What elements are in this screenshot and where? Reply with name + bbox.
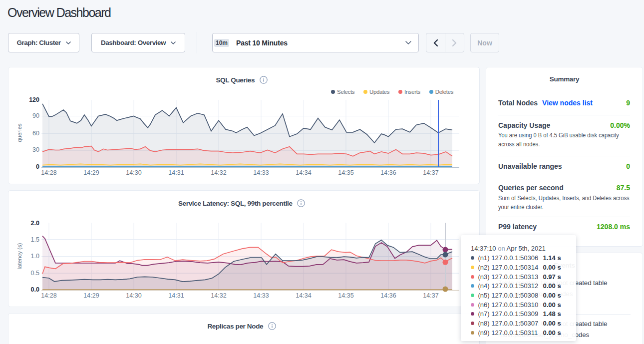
svg-text:2.0: 2.0 [31, 220, 39, 227]
svg-text:14:36: 14:36 [380, 292, 396, 299]
svg-text:14:30: 14:30 [126, 292, 141, 299]
svg-text:30: 30 [32, 146, 39, 153]
svg-text:14:36: 14:36 [380, 169, 396, 176]
svg-text:14:33: 14:33 [253, 169, 269, 176]
svg-text:14:34: 14:34 [296, 292, 311, 299]
svg-text:queries: queries [16, 123, 22, 142]
svg-text:0: 0 [36, 163, 39, 170]
svg-text:14:35: 14:35 [338, 292, 353, 299]
svg-text:14:33: 14:33 [253, 292, 269, 299]
svg-text:90: 90 [32, 112, 39, 119]
svg-text:1.0: 1.0 [31, 253, 39, 260]
svg-text:14:31: 14:31 [168, 169, 184, 176]
svg-text:60: 60 [32, 130, 39, 137]
svg-text:14:35: 14:35 [338, 169, 353, 176]
svg-text:0.0: 0.0 [31, 286, 39, 293]
svg-text:14:29: 14:29 [83, 169, 99, 176]
svg-text:14:29: 14:29 [83, 292, 99, 299]
svg-text:14:28: 14:28 [41, 169, 56, 176]
svg-text:14:31: 14:31 [168, 292, 184, 299]
svg-text:14:34: 14:34 [296, 169, 311, 176]
svg-text:14:28: 14:28 [41, 292, 56, 299]
svg-text:0.5: 0.5 [31, 270, 39, 277]
svg-text:14:37: 14:37 [423, 292, 438, 299]
svg-text:latency (s): latency (s) [16, 243, 22, 269]
svg-text:14:37: 14:37 [423, 169, 438, 176]
svg-text:14:30: 14:30 [126, 169, 141, 176]
svg-text:14:32: 14:32 [211, 292, 226, 299]
svg-text:120: 120 [29, 96, 39, 103]
svg-text:14:32: 14:32 [211, 169, 226, 176]
svg-text:1.5: 1.5 [31, 236, 39, 243]
